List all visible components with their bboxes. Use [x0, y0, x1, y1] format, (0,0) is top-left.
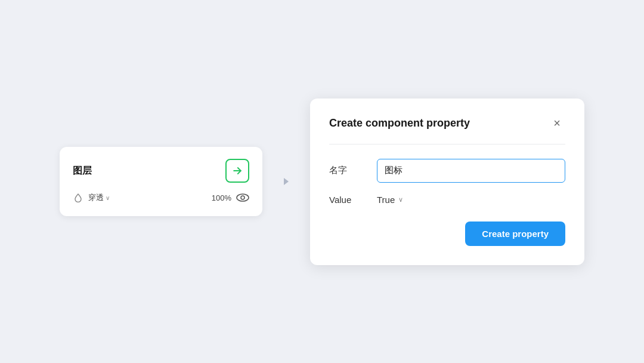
value-row: Value True ∨ [329, 195, 565, 205]
name-row: 名字 [329, 159, 565, 183]
blend-mode: 穿透 ∨ [88, 192, 110, 203]
dialog-footer: Create property [329, 222, 565, 246]
layer-title: 图层 [73, 165, 92, 177]
layer-card-header: 图层 [73, 159, 249, 183]
visibility-icon [236, 193, 249, 202]
value-chevron-icon: ∨ [398, 196, 403, 204]
svg-point-2 [237, 194, 249, 201]
arrow-connector [281, 177, 291, 186]
divider [329, 144, 565, 144]
create-property-dialog: Create component property × 名字 Value Tru… [310, 99, 584, 265]
arrow-right-icon [231, 165, 243, 177]
close-button[interactable]: × [549, 115, 565, 132]
name-label: 名字 [329, 165, 377, 176]
drop-icon [73, 193, 83, 202]
value-select[interactable]: True ∨ [377, 195, 403, 205]
opacity-value: 100% [212, 193, 231, 202]
eye-icon[interactable] [236, 191, 249, 204]
layer-card: 图层 穿透 ∨ 100% [60, 147, 262, 216]
dialog-title: Create component property [329, 117, 470, 130]
link-icon-button[interactable] [225, 159, 249, 183]
name-input[interactable] [377, 159, 565, 183]
value-current: True [377, 195, 395, 205]
create-property-button[interactable]: Create property [465, 222, 565, 246]
blend-mode-chevron: ∨ [106, 195, 110, 201]
dialog-header: Create component property × [329, 115, 565, 132]
svg-point-3 [241, 196, 244, 199]
svg-marker-4 [284, 178, 289, 185]
opacity-icon [73, 192, 83, 203]
value-label: Value [329, 195, 377, 205]
right-arrow-icon [281, 177, 291, 186]
layer-card-footer: 穿透 ∨ 100% [73, 191, 249, 204]
scene: 图层 穿透 ∨ 100% [0, 0, 644, 363]
